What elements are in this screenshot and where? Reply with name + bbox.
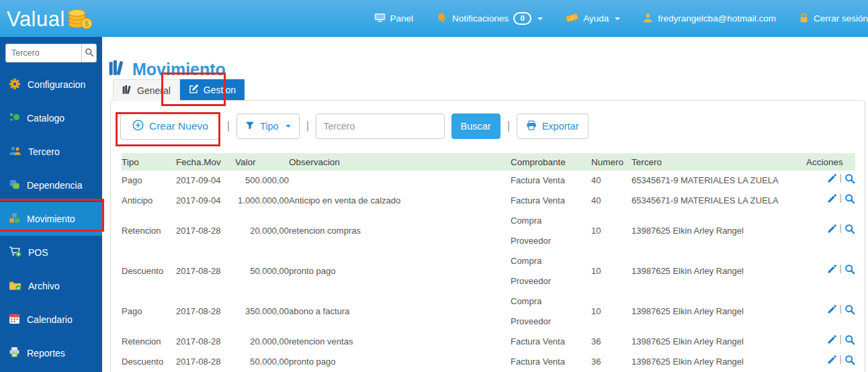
view-search-icon[interactable] <box>844 264 855 275</box>
actions-divider <box>840 335 841 344</box>
page-title: Movimiento <box>108 59 226 81</box>
cell-comprobante-text: Factura Venta <box>511 352 574 372</box>
cell-valor: 350.000,00 <box>235 291 289 332</box>
cell-tipo: Retencion <box>122 211 176 251</box>
column-header-observacion: Observacion <box>289 153 511 171</box>
cell-tercero: 13987625 Elkin Arley Rangel <box>632 291 806 332</box>
books-icon <box>122 85 132 97</box>
edit-pencil-icon[interactable] <box>827 304 837 314</box>
nav-help[interactable]: Ayuda <box>566 13 620 25</box>
column-header-fecha-mov: Fecha.Mov <box>176 153 235 171</box>
search-button[interactable]: Buscar <box>451 113 501 139</box>
sidebar-item-configuracion[interactable]: Configuracion <box>0 68 102 101</box>
table-body: Pago 2017-09-04 500.000,00 Factura Venta… <box>122 171 855 372</box>
row-actions <box>827 173 855 184</box>
cell-observacion: Anticipo en venta de calzado <box>289 191 511 211</box>
edit-pencil-icon[interactable] <box>827 173 837 183</box>
cell-fecha-mov: 2017-08-28 <box>176 211 235 251</box>
view-search-icon[interactable] <box>844 355 855 365</box>
sidebar: Configuracion Catalogo Terc <box>0 37 102 372</box>
cell-tercero: 13987625 Elkin Arley Rangel <box>632 251 806 291</box>
sidebar-item-calendario[interactable]: Calendario <box>0 303 102 336</box>
edit-pencil-icon[interactable] <box>827 193 837 203</box>
create-new-label: Crear Nuevo <box>149 120 208 132</box>
cell-observacion: abono a factura <box>289 291 511 332</box>
monitor-icon <box>374 13 386 25</box>
column-header-acciones: Acciones <box>806 153 855 171</box>
printer-icon <box>9 346 20 360</box>
app-logo: Valual $ <box>0 5 93 32</box>
cell-numero: 10 <box>591 251 632 291</box>
sidebar-item-reportes[interactable]: Reportes <box>0 336 102 370</box>
tab-bar: General Gestion <box>113 79 245 101</box>
cell-fecha-mov: 2017-08-28 <box>176 291 235 332</box>
nav-logout-label: Cerrar sesión <box>814 13 868 24</box>
app-header: Valual $ Pane <box>0 0 868 37</box>
nav-logout[interactable]: Cerrar sesión <box>799 12 868 26</box>
table-row: Descuento 2017-08-28 50.000,00 pronto pa… <box>122 251 855 291</box>
nav-user-account[interactable]: fredyrangelcba@hotmail.com <box>643 13 776 25</box>
edit-pencil-icon[interactable] <box>827 224 837 234</box>
nav-notifications[interactable]: Notificaciones 0 <box>436 12 543 26</box>
sidebar-item-label: Tercero <box>28 146 60 157</box>
sidebar-item-label: Dependencia <box>27 180 83 191</box>
edit-pencil-icon[interactable] <box>827 264 837 274</box>
sidebar-search-input[interactable] <box>5 44 81 62</box>
layers-icon <box>9 179 20 192</box>
cell-valor: 50.000,00 <box>235 251 289 291</box>
edit-pencil-icon[interactable] <box>827 334 837 344</box>
toolbar-divider <box>228 121 229 132</box>
tab-gestion[interactable]: Gestion <box>180 79 245 100</box>
cell-observacion: pronto pago <box>289 251 511 291</box>
cell-comprobante: Factura Venta <box>511 352 591 372</box>
cell-tercero: 65345671-9 MATERIALES LA ZUELA <box>632 171 806 191</box>
row-actions <box>827 264 855 275</box>
table-row: Retencion 2017-08-28 20.000,00 retencion… <box>122 211 855 251</box>
sidebar-item-archivo[interactable]: Archivo <box>0 269 102 303</box>
plus-circle-icon <box>132 120 144 134</box>
cell-numero: 36 <box>591 332 632 352</box>
edit-pencil-icon[interactable] <box>827 355 837 365</box>
view-search-icon[interactable] <box>844 334 855 345</box>
table-row: Anticipo 2017-09-04 1.000.000,00 Anticip… <box>122 191 855 211</box>
view-search-icon[interactable] <box>844 173 855 184</box>
sidebar-item-pos[interactable]: POS <box>0 236 102 269</box>
cell-tipo: Anticipo <box>122 191 176 211</box>
sidebar-item-label: Calendario <box>27 314 73 325</box>
cell-tercero: 13987625 Elkin Arley Rangel <box>632 211 806 251</box>
nav-panel[interactable]: Panel <box>374 13 414 25</box>
cell-tipo: Descuento <box>122 352 176 372</box>
cell-comprobante-text: Factura Venta <box>511 191 574 211</box>
sidebar-item-movimiento[interactable]: Movimiento <box>0 202 102 236</box>
view-search-icon[interactable] <box>844 224 855 234</box>
cell-acciones <box>806 191 855 211</box>
export-button[interactable]: Exportar <box>517 113 589 139</box>
cell-fecha-mov: 2017-08-28 <box>176 352 235 372</box>
tab-general[interactable]: General <box>113 79 180 101</box>
sidebar-search <box>5 44 97 62</box>
actions-divider <box>840 265 841 273</box>
view-search-icon[interactable] <box>844 193 855 204</box>
edit-icon <box>189 84 199 96</box>
row-actions <box>827 355 855 365</box>
people-icon <box>9 146 21 158</box>
type-filter-dropdown[interactable]: Tipo <box>236 113 300 139</box>
create-new-button[interactable]: Crear Nuevo <box>120 113 220 140</box>
cell-tercero: 13987625 Elkin Arley Rangel <box>632 352 806 372</box>
cell-fecha-mov: 2017-08-28 <box>176 332 235 352</box>
sidebar-search-button[interactable] <box>81 44 97 62</box>
sidebar-item-catalogo[interactable]: Catalogo <box>0 101 102 135</box>
gear-icon <box>9 78 21 92</box>
cart-plus-icon <box>9 246 21 259</box>
tercero-filter-input[interactable] <box>316 113 445 139</box>
export-label: Exportar <box>542 121 579 132</box>
toolbar: Crear Nuevo Tipo Buscar <box>120 113 865 140</box>
cell-tipo: Pago <box>122 171 176 191</box>
print-icon <box>526 120 537 133</box>
cell-tipo: Descuento <box>122 251 176 291</box>
view-search-icon[interactable] <box>844 304 855 315</box>
cell-valor: 20.000,00 <box>235 211 289 251</box>
sidebar-item-dependencia[interactable]: Dependencia <box>0 169 102 202</box>
sidebar-item-tercero[interactable]: Tercero <box>0 135 102 169</box>
actions-divider <box>840 355 841 364</box>
